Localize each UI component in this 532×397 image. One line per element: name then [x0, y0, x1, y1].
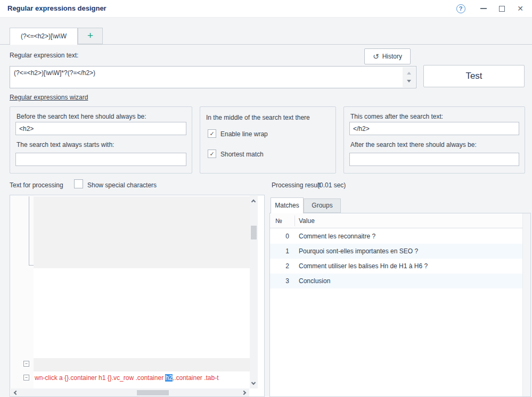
- history-icon: ↺: [373, 53, 379, 60]
- match-index: 0: [270, 233, 293, 240]
- help-icon: ?: [456, 4, 465, 13]
- window-title: Regular expressions designer: [7, 4, 107, 12]
- text-for-processing-label: Text for processing: [10, 181, 63, 189]
- close-icon: ✕: [517, 4, 523, 13]
- tabstrip-divider: [0, 44, 532, 45]
- tab-matches[interactable]: Matches: [271, 197, 304, 213]
- starts-with-label: The search text always starts with:: [17, 141, 114, 148]
- editor-line-highlight: [34, 358, 250, 371]
- scroll-down-icon: [407, 80, 411, 82]
- show-special-characters-label: Show special characters: [87, 181, 157, 189]
- fold-toggle-icon[interactable]: −: [23, 361, 29, 367]
- after-always-input[interactable]: [349, 153, 519, 166]
- editor-code-line: wn-click a {}.container h1 {}.vc_row .co…: [35, 373, 250, 383]
- table-row[interactable]: 2 Comment utiliser les balises Hn de H1 …: [270, 259, 522, 274]
- column-value: Value: [299, 217, 315, 225]
- title-bar: Regular expressions designer ? ✕: [0, 0, 532, 18]
- check-icon: ✓: [209, 130, 214, 137]
- match-index: 2: [270, 262, 293, 270]
- shortest-match-label: Shortest match: [220, 151, 264, 158]
- test-button[interactable]: Test: [423, 65, 525, 87]
- regex-input-scrollbar[interactable]: [403, 67, 415, 87]
- maximize-icon: [499, 6, 505, 12]
- processing-time: (0.01 sec): [317, 181, 346, 189]
- matches-table-header[interactable]: № Value: [270, 213, 522, 228]
- editor-vertical-scrollbar[interactable]: [250, 196, 258, 388]
- text-for-processing-editor[interactable]: − − wn-click a {}.container h1 {}.vc_row…: [10, 195, 265, 397]
- match-value: Pourquoi sont-elles importantes en SEO ?: [293, 247, 418, 255]
- scroll-up-icon: [407, 72, 411, 75]
- editor-empty-region: [34, 196, 250, 268]
- plus-icon: +: [87, 30, 93, 41]
- before-label: Before the search text here should alway…: [17, 113, 146, 120]
- scroll-right-icon[interactable]: [242, 391, 246, 395]
- matches-rows: 0 Comment les reconnaitre ? 1 Pourquoi s…: [270, 229, 522, 288]
- vertical-scroll-thumb[interactable]: [251, 226, 257, 239]
- after-input[interactable]: [349, 122, 519, 135]
- history-button-label: History: [382, 53, 402, 60]
- tab-expression[interactable]: (?<=<h2>)[\w\W: [10, 28, 78, 45]
- enable-line-wrap-checkbox[interactable]: ✓: [208, 129, 216, 138]
- minimize-icon: [480, 8, 487, 9]
- table-row[interactable]: 3 Conclusion: [270, 274, 522, 288]
- selected-match-text: h2: [165, 374, 172, 382]
- enable-line-wrap-label: Enable line wrap: [220, 130, 268, 138]
- wizard-group-before: Before the search text here should alway…: [10, 106, 192, 173]
- regex-text-label: Regular expression text:: [10, 52, 78, 59]
- scroll-down-icon[interactable]: [251, 381, 256, 385]
- scroll-left-icon[interactable]: [14, 391, 18, 395]
- matches-scrollbar-track[interactable]: [522, 213, 530, 396]
- fold-toggle-icon[interactable]: −: [23, 375, 29, 381]
- processing-result-label: Processing result: [272, 181, 321, 189]
- wizard-group-after: This comes after the search text: After …: [343, 106, 525, 173]
- scroll-up-icon[interactable]: [251, 200, 256, 204]
- horizontal-scroll-thumb[interactable]: [137, 390, 169, 395]
- editor-horizontal-scrollbar[interactable]: [11, 388, 249, 397]
- check-icon: ✓: [209, 151, 214, 158]
- before-input[interactable]: [15, 122, 186, 135]
- regex-designer-window: Regular expressions designer ? ✕ (?<=<h2…: [0, 0, 532, 397]
- table-row[interactable]: 1 Pourquoi sont-elles importantes en SEO…: [270, 244, 522, 259]
- column-number: №: [275, 217, 282, 225]
- minimize-button[interactable]: [478, 3, 489, 14]
- fold-guide-line: [29, 196, 29, 265]
- shortest-match-checkbox[interactable]: ✓: [208, 150, 216, 158]
- regex-input[interactable]: (?<=<h2>)[\w\W]*?(?=</h2>): [10, 66, 416, 88]
- match-index: 3: [270, 277, 293, 285]
- after-always-label: After the search text there should alway…: [350, 141, 477, 148]
- match-value: Conclusion: [293, 277, 330, 285]
- after-label: This comes after the search text:: [350, 113, 443, 120]
- history-button[interactable]: ↺ History: [364, 48, 411, 64]
- help-button[interactable]: ?: [455, 3, 466, 14]
- show-special-characters-checkbox[interactable]: [74, 179, 83, 188]
- close-button[interactable]: ✕: [515, 3, 526, 14]
- add-tab-button[interactable]: +: [78, 28, 103, 44]
- match-index: 1: [270, 247, 293, 255]
- middle-title: In the middle of the search text there: [206, 114, 310, 121]
- wizard-group-middle: In the middle of the search text there ✓…: [200, 106, 336, 173]
- match-value: Comment utiliser les balises Hn de H1 à …: [293, 262, 428, 270]
- tab-groups[interactable]: Groups: [304, 198, 341, 213]
- fold-guide-end: [29, 265, 34, 266]
- match-value: Comment les reconnaitre ?: [293, 233, 375, 240]
- column-separator: [294, 216, 295, 226]
- maximize-button[interactable]: [496, 3, 507, 14]
- regex-input-value: (?<=<h2>)[\w\W]*?(?=</h2>): [14, 69, 95, 77]
- editor-gutter: [10, 195, 34, 388]
- table-row[interactable]: 0 Comment les reconnaitre ?: [270, 229, 522, 244]
- matches-table: № Value 0 Comment les reconnaitre ? 1 Po…: [269, 213, 531, 397]
- starts-with-input[interactable]: [15, 153, 186, 166]
- wizard-link[interactable]: Regular expressions wizard: [10, 94, 88, 101]
